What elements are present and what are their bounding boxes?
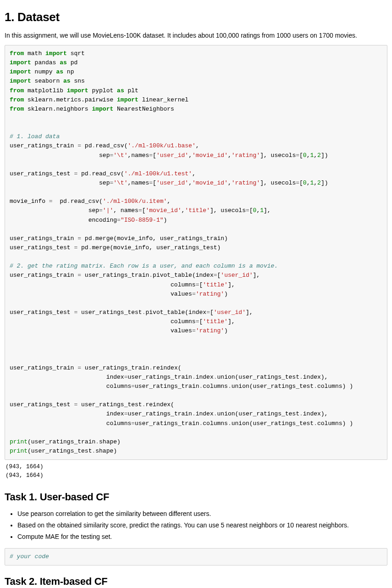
list-item: Use pearson correlation to get the simil…: [17, 509, 387, 519]
task1-heading: Task 1. User-based CF: [5, 489, 387, 504]
list-item: Compute MAE for the testing set.: [17, 532, 387, 542]
code-cell-task1: # your code: [5, 548, 387, 566]
task1-list: Use pearson correlation to get the simil…: [5, 509, 387, 542]
section-heading: 1. Dataset: [5, 8, 387, 26]
task2-heading: Task 2. Item-based CF: [5, 574, 387, 588]
output-cell: (943, 1664) (943, 1664): [5, 460, 387, 481]
list-item: Based on the obtained similarity score, …: [17, 521, 387, 530]
intro-paragraph: In this assignment, we will use MovieLen…: [5, 31, 387, 40]
code-cell-main: from math import sqrt import pandas as p…: [5, 45, 387, 460]
